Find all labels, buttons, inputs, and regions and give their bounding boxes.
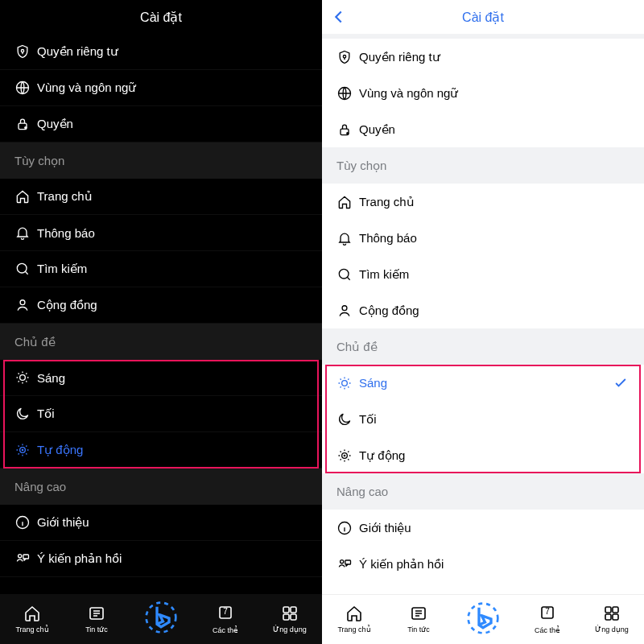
tab-badge: 7	[216, 607, 235, 616]
check-icon	[612, 375, 630, 391]
row-privacy[interactable]: Quyền riêng tư	[322, 39, 644, 75]
row-privacy[interactable]: Quyền riêng tư	[0, 34, 322, 70]
row-label: Tìm kiếm	[37, 262, 308, 276]
tab-label: Trang chủ	[15, 625, 48, 634]
tab-home[interactable]: Trang chủ	[330, 604, 378, 634]
tab-label: Ứng dụng	[273, 625, 307, 634]
info-icon	[14, 514, 37, 530]
search-icon	[14, 261, 37, 277]
row-label: Ý kiến phản hồi	[359, 557, 630, 572]
row-label: Tự động	[359, 448, 612, 463]
section-theme: Chủ đề	[0, 324, 322, 360]
theme-dark[interactable]: Tối	[322, 401, 644, 437]
tab-apps[interactable]: Ứng dụng	[588, 604, 636, 634]
auto-icon	[14, 442, 37, 458]
row-label: Tự động	[37, 443, 290, 457]
row-label: Cộng đồng	[37, 298, 308, 312]
bing-icon	[467, 602, 499, 636]
tab-label: Tin tức	[407, 625, 430, 634]
theme-light[interactable]: Sáng	[322, 365, 644, 401]
section-preferences: Tùy chọn	[0, 142, 322, 179]
tab-news[interactable]: Tin tức	[72, 604, 121, 634]
row-home[interactable]: Trang chủ	[0, 179, 322, 215]
row-label: Trang chủ	[37, 189, 308, 204]
shield-lock-icon	[336, 49, 359, 65]
lock-icon	[336, 122, 359, 138]
row-about[interactable]: Giới thiệu	[0, 505, 322, 541]
tab-cards[interactable]: 7 Các thẻ	[523, 603, 572, 634]
row-label: Trang chủ	[359, 195, 630, 209]
row-permissions[interactable]: Quyền	[0, 106, 322, 142]
bell-icon	[336, 230, 359, 246]
row-community[interactable]: Cộng đồng	[0, 287, 322, 324]
moon-icon	[336, 411, 359, 427]
tab-badge: 7	[538, 607, 557, 616]
row-label: Tối	[37, 407, 290, 421]
header: Cài đặt	[322, 0, 644, 34]
theme-dark[interactable]: Tối	[0, 396, 322, 432]
phone-light: Cài đặt Quyền riêng tư Vùng và ngôn ngữ …	[322, 0, 644, 644]
tab-cards[interactable]: 7 Các thẻ	[201, 603, 250, 634]
row-label: Giới thiệu	[359, 521, 630, 535]
feedback-icon	[14, 551, 37, 567]
row-permissions[interactable]: Quyền	[322, 111, 644, 147]
tabbar: Trang chủ Tin tức 7 Các thẻ Ứng dụng	[322, 594, 644, 644]
page-title: Cài đặt	[140, 10, 182, 25]
row-label: Ý kiến phản hồi	[37, 551, 308, 566]
person-icon	[14, 297, 37, 313]
tab-label: Tin tức	[85, 625, 108, 634]
info-icon	[336, 520, 359, 536]
row-label: Quyền	[37, 117, 308, 131]
cards-icon: 7	[538, 603, 557, 624]
row-region[interactable]: Vùng và ngôn ngữ	[322, 75, 644, 111]
row-label: Thông báo	[359, 231, 630, 245]
feedback-icon	[336, 556, 359, 572]
tab-news[interactable]: Tin tức	[394, 604, 443, 634]
section-advanced: Nâng cao	[0, 469, 322, 505]
row-notifications[interactable]: Thông báo	[0, 215, 322, 251]
section-preferences: Tùy chọn	[322, 147, 644, 184]
globe-icon	[14, 80, 37, 96]
check-icon	[290, 442, 308, 458]
tabbar: Trang chủ Tin tức 7 Các thẻ Ứng dụng	[0, 594, 322, 644]
tab-bing[interactable]	[137, 601, 185, 635]
row-search[interactable]: Tìm kiếm	[0, 251, 322, 287]
tab-home[interactable]: Trang chủ	[8, 604, 56, 634]
tab-label: Các thẻ	[213, 626, 238, 634]
row-label: Tối	[359, 412, 612, 427]
header: Cài đặt	[0, 0, 322, 34]
back-button[interactable]	[330, 0, 348, 34]
bing-icon	[145, 601, 177, 635]
row-label: Cộng đồng	[359, 303, 630, 318]
globe-icon	[336, 85, 359, 101]
row-feedback[interactable]: Ý kiến phản hồi	[322, 546, 644, 582]
home-icon	[14, 188, 37, 204]
bell-icon	[14, 225, 37, 241]
row-feedback[interactable]: Ý kiến phản hồi	[0, 541, 322, 577]
row-search[interactable]: Tìm kiếm	[322, 256, 644, 292]
home-icon	[336, 194, 359, 210]
sun-icon	[14, 369, 37, 386]
theme-auto[interactable]: Tự động	[322, 437, 644, 473]
theme-auto[interactable]: Tự động	[0, 432, 322, 469]
section-advanced: Nâng cao	[322, 473, 644, 510]
moon-icon	[14, 406, 37, 422]
row-label: Quyền	[359, 122, 630, 137]
theme-light[interactable]: Sáng	[0, 360, 322, 396]
tab-bing[interactable]	[459, 602, 507, 636]
row-home[interactable]: Trang chủ	[322, 184, 644, 220]
row-region[interactable]: Vùng và ngôn ngữ	[0, 70, 322, 106]
row-label: Quyền riêng tư	[37, 44, 308, 59]
row-label: Tìm kiếm	[359, 267, 630, 282]
tab-label: Trang chủ	[337, 625, 370, 634]
row-label: Sáng	[359, 376, 612, 390]
row-community[interactable]: Cộng đồng	[322, 292, 644, 328]
row-notifications[interactable]: Thông báo	[322, 220, 644, 256]
page-title: Cài đặt	[462, 10, 504, 25]
row-about[interactable]: Giới thiệu	[322, 510, 644, 546]
row-label: Vùng và ngôn ngữ	[37, 80, 308, 95]
lock-icon	[14, 116, 37, 132]
row-label: Quyền riêng tư	[359, 50, 630, 64]
person-icon	[336, 303, 359, 319]
tab-apps[interactable]: Ứng dụng	[266, 604, 314, 634]
